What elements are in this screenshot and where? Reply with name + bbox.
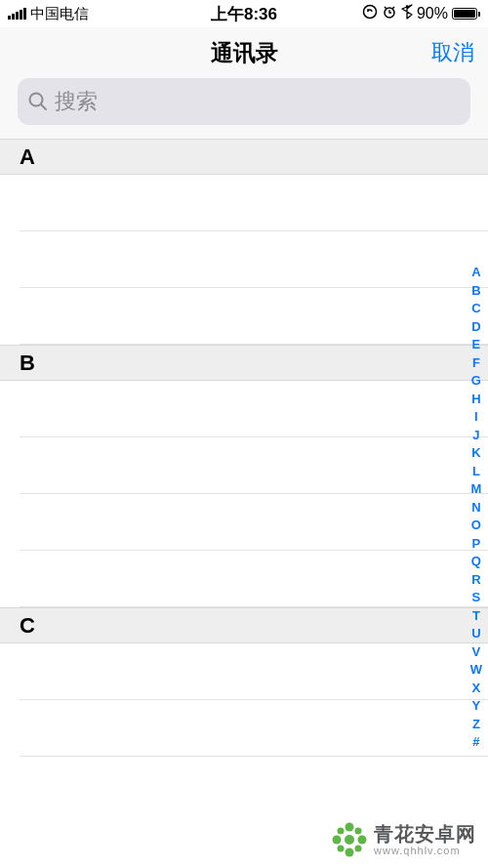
index-letter[interactable]: Z (468, 716, 484, 734)
search-input[interactable]: 搜索 (18, 78, 470, 125)
list-item[interactable] (20, 288, 488, 345)
svg-point-7 (358, 836, 367, 845)
watermark-logo-icon (331, 821, 368, 858)
status-right: 90% (362, 4, 480, 23)
status-left: 中国电信 (8, 5, 89, 23)
svg-point-8 (338, 828, 345, 835)
watermark-url: www.qhhlv.com (374, 845, 461, 856)
search-placeholder: 搜索 (55, 87, 98, 116)
watermark-text: 青花安卓网 www.qhhlv.com (374, 823, 476, 856)
svg-point-5 (346, 848, 354, 857)
list-item[interactable] (20, 757, 488, 813)
index-letter[interactable]: S (468, 589, 485, 607)
index-letter[interactable]: B (468, 282, 484, 301)
index-letter[interactable]: U (468, 625, 484, 643)
svg-point-10 (338, 846, 345, 852)
index-letter[interactable]: G (468, 372, 485, 391)
index-letter[interactable]: I (470, 408, 482, 427)
index-letter[interactable]: X (468, 680, 485, 698)
index-letter[interactable]: V (468, 643, 485, 662)
alphabet-index[interactable]: A B C D E F G H I J K L M N O P Q R S T … (467, 264, 486, 752)
battery-percent: 90% (417, 5, 448, 22)
index-letter[interactable]: Q (468, 553, 485, 571)
contacts-list[interactable]: A B C (0, 139, 488, 813)
index-letter[interactable]: A (468, 264, 484, 282)
section-header-c: C (0, 607, 488, 643)
svg-point-4 (346, 823, 354, 832)
index-letter[interactable]: C (468, 300, 484, 318)
index-letter[interactable]: M (467, 480, 485, 499)
index-letter[interactable]: T (468, 607, 484, 626)
signal-icon (8, 8, 26, 20)
index-letter[interactable]: H (468, 391, 484, 409)
status-time: 上午8:36 (211, 3, 277, 25)
index-letter[interactable]: E (468, 336, 485, 354)
list-item[interactable] (20, 700, 488, 757)
section-header-a: A (0, 139, 488, 175)
list-item[interactable] (20, 643, 488, 700)
page-title: 通讯录 (211, 38, 278, 68)
index-letter[interactable]: D (468, 318, 484, 337)
svg-point-6 (333, 836, 342, 845)
orientation-lock-icon (362, 4, 378, 23)
list-item[interactable] (20, 437, 488, 494)
list-item[interactable] (20, 494, 488, 551)
index-letter[interactable]: O (468, 517, 485, 535)
search-icon (27, 91, 49, 112)
index-letter[interactable]: R (468, 571, 484, 590)
bluetooth-icon (401, 4, 413, 23)
index-letter[interactable]: P (468, 535, 485, 554)
index-letter[interactable]: F (468, 354, 484, 373)
index-letter[interactable]: K (468, 444, 484, 463)
search-container: 搜索 (0, 78, 488, 139)
index-letter[interactable]: W (467, 661, 486, 680)
svg-point-3 (345, 835, 354, 845)
svg-point-11 (355, 846, 362, 852)
watermark: 青花安卓网 www.qhhlv.com (331, 821, 476, 858)
index-letter[interactable]: Y (468, 697, 485, 716)
watermark-title: 青花安卓网 (374, 823, 476, 845)
list-item[interactable] (20, 175, 488, 231)
cancel-button[interactable]: 取消 (431, 38, 474, 67)
status-bar: 中国电信 上午8:36 90% (0, 0, 488, 27)
svg-point-0 (363, 6, 376, 19)
index-letter[interactable]: L (468, 463, 484, 481)
carrier-label: 中国电信 (30, 5, 89, 23)
battery-icon (452, 8, 480, 20)
list-item[interactable] (20, 381, 488, 437)
nav-bar: 通讯录 取消 (0, 27, 488, 78)
section-header-b: B (0, 345, 488, 381)
list-item[interactable] (20, 551, 488, 607)
list-item[interactable] (20, 231, 488, 288)
index-letter[interactable]: N (468, 499, 484, 517)
svg-point-9 (355, 828, 362, 835)
alarm-icon (382, 4, 397, 23)
index-letter[interactable]: # (468, 733, 483, 752)
index-letter[interactable]: J (468, 427, 483, 445)
